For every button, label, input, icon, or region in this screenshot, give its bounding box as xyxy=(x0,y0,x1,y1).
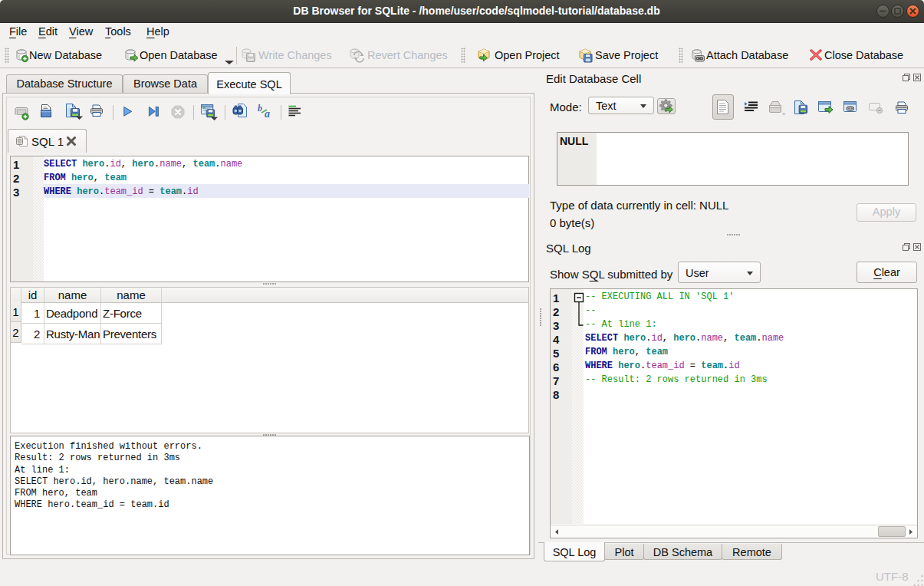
svg-text:a: a xyxy=(265,108,270,119)
